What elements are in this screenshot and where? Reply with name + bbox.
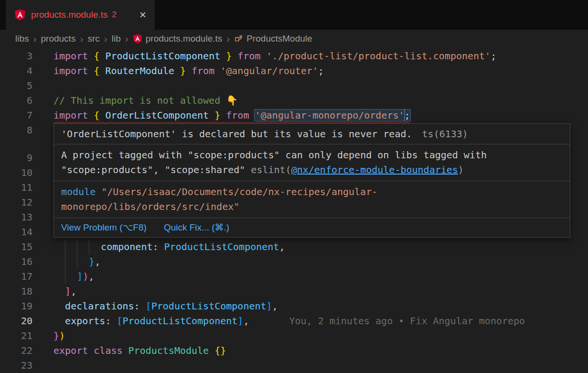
tab-products-module[interactable]: products.module.ts 2 × xyxy=(6,0,155,30)
code-token: export xyxy=(53,345,94,356)
code-line: 19 declarations: [ProductListComponent], xyxy=(0,299,588,314)
line-number: 7 xyxy=(0,108,32,123)
line-number: 17 xyxy=(0,269,32,284)
code-token: { xyxy=(94,110,105,121)
code-content: ]), xyxy=(53,269,94,284)
eslint-message-line2: "scope:products", "scope:shared" eslint(… xyxy=(61,163,563,177)
code-line: 17 ]), xyxy=(0,269,588,284)
code-token: exports xyxy=(65,315,105,327)
line-number: 11 xyxy=(0,180,32,195)
quick-fix-action[interactable]: Quick Fix... (⌘.) xyxy=(164,222,229,233)
code-content: declarations: [ProductListComponent], xyxy=(53,299,278,314)
git-blame-annotation: You, 2 minutes ago • Fix Angular monorep… xyxy=(249,315,525,327)
code-token: ] xyxy=(237,315,243,327)
code-token xyxy=(53,241,65,252)
code-token: ProductsModule xyxy=(128,345,209,356)
tab-close-button[interactable]: × xyxy=(139,9,146,21)
code-token: { xyxy=(94,65,105,77)
code-content: import { RouterModule } from '@angular/r… xyxy=(53,64,324,78)
code-content: component: ProductListComponent, xyxy=(53,240,285,254)
code-token: ] xyxy=(267,300,272,312)
code-token: ProductListComponent xyxy=(151,300,267,312)
line-number: 23 xyxy=(0,358,32,373)
code-token: from xyxy=(220,110,255,121)
indent-guide xyxy=(77,254,89,269)
code-token: ProductListComponent xyxy=(164,241,279,252)
code-line: 6// This import is not allowed 👇 xyxy=(0,93,588,108)
line-number: 6 xyxy=(0,93,32,108)
code-token: } xyxy=(209,110,220,121)
code-token: , xyxy=(95,256,100,267)
code-token: , xyxy=(272,300,278,312)
code-token: } xyxy=(89,256,95,267)
line-number: 8 xyxy=(0,123,32,138)
line-number: 22 xyxy=(0,343,32,358)
code-token: : xyxy=(152,241,164,252)
vscode-window: products.module.ts 2 × libs › products ›… xyxy=(0,0,588,373)
code-token: // This import is not allowed xyxy=(53,95,226,106)
code-line: 23 xyxy=(0,358,588,373)
class-symbol-icon xyxy=(234,34,243,44)
code-token xyxy=(53,300,65,312)
indent-guide xyxy=(89,240,101,254)
module-path-line1: module"/Users/isaac/Documents/code/nx-re… xyxy=(61,185,563,199)
code-content: import { OrderListComponent } from '@ang… xyxy=(53,108,410,123)
code-token xyxy=(209,345,214,356)
eslint-message-line1: A project tagged with "scope:products" c… xyxy=(61,148,563,163)
eslint-rule-link[interactable]: @nx/enforce-module-boundaries xyxy=(291,164,458,176)
code-token: './product-list/product-list.component' xyxy=(267,50,491,62)
code-line: 20 exports: [ProductListComponent],You, … xyxy=(0,314,588,329)
breadcrumb-item-src[interactable]: src xyxy=(87,33,99,44)
code-token: ProductListComponent xyxy=(105,50,220,62)
code-token: ProductListComponent xyxy=(123,315,238,327)
code-token: [ xyxy=(117,315,122,327)
breadcrumb-item-file[interactable]: products.module.ts xyxy=(146,33,223,44)
code-line: 22export class ProductsModule {} xyxy=(0,343,588,358)
code-token: [ xyxy=(146,300,151,312)
code-token: : xyxy=(105,315,117,327)
code-token: ) xyxy=(59,330,65,341)
angular-file-icon xyxy=(133,34,142,44)
line-number: 5 xyxy=(0,78,32,93)
ts-diagnostic-message: 'OrderListComponent' is declared but its… xyxy=(61,128,412,140)
code-token: '@angular-monorepo/orders' xyxy=(255,110,404,121)
code-token: import xyxy=(53,110,94,121)
view-problem-action[interactable]: View Problem (⌥F8) xyxy=(61,222,147,233)
code-token: component xyxy=(101,241,152,252)
code-token: } xyxy=(220,50,232,62)
code-token: ; xyxy=(318,65,324,77)
code-token: { xyxy=(94,50,105,62)
code-line: 21}) xyxy=(0,329,588,343)
code-token: OrderListComponent xyxy=(105,110,209,121)
hover-popup: 'OrderListComponent' is declared but its… xyxy=(53,123,570,238)
code-line: 5 xyxy=(0,78,588,93)
code-line: 4import { RouterModule } from '@angular/… xyxy=(0,64,588,78)
tab-problem-count: 2 xyxy=(112,10,117,20)
code-token xyxy=(53,256,65,267)
line-number: 3 xyxy=(0,49,32,64)
breadcrumb-item-lib[interactable]: lib xyxy=(112,33,121,44)
code-token: ; xyxy=(491,50,496,62)
line-number: 21 xyxy=(0,329,32,343)
code-content: export class ProductsModule {} xyxy=(53,343,226,358)
module-keyword: module xyxy=(61,186,96,197)
indent-guide xyxy=(65,240,77,254)
breadcrumb-item-symbol[interactable]: ProductsModule xyxy=(246,33,312,44)
breadcrumb: libs › products › src › lib › products.m… xyxy=(0,30,588,48)
breadcrumb-item-products[interactable]: products xyxy=(41,33,76,44)
line-number: 14 xyxy=(0,225,32,240)
code-token: declarations xyxy=(65,300,134,312)
code-line: 3import { ProductListComponent } from '.… xyxy=(0,49,588,64)
tab-label: products.module.ts xyxy=(31,10,108,20)
code-token: , xyxy=(279,241,285,252)
indent-guide xyxy=(65,269,77,284)
line-number: 4 xyxy=(0,64,32,78)
editor[interactable]: 3import { ProductListComponent } from '.… xyxy=(0,48,588,373)
hover-actions: View Problem (⌥F8) Quick Fix... (⌘.) xyxy=(54,218,570,237)
code-token: } xyxy=(174,65,186,77)
code-token: ; xyxy=(405,110,410,121)
breadcrumb-item-libs[interactable]: libs xyxy=(15,33,29,44)
tab-bar: products.module.ts 2 × xyxy=(0,0,588,30)
chevron-right-icon: › xyxy=(75,33,87,44)
chevron-right-icon: › xyxy=(222,33,234,44)
